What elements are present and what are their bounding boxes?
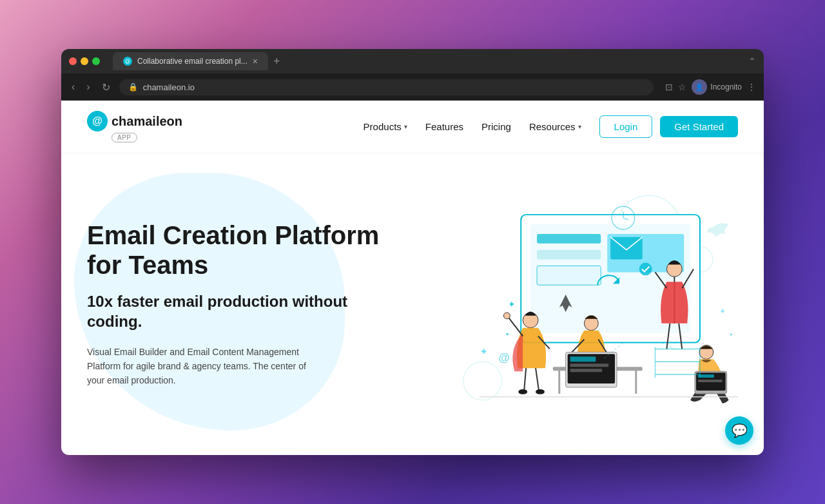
nav-actions: Login Get Started xyxy=(599,115,738,138)
minimize-button[interactable] xyxy=(81,57,88,65)
window-minimize-icon[interactable]: ⌃ xyxy=(748,56,756,66)
hero-title: Email Creation Platform for Teams xyxy=(87,220,380,280)
navbar: @ chamaileon APP Products ▾ Features Pri… xyxy=(61,101,764,153)
resources-chevron-icon: ▾ xyxy=(578,123,581,130)
traffic-lights xyxy=(69,57,100,65)
page-content: @ chamaileon APP Products ▾ Features Pri… xyxy=(61,101,764,455)
svg-text:✦: ✦ xyxy=(719,307,725,316)
menu-icon[interactable]: ⋮ xyxy=(747,82,756,92)
forward-button[interactable]: › xyxy=(84,79,92,95)
logo-text[interactable]: chamaileon xyxy=(112,114,182,129)
svg-point-41 xyxy=(518,389,527,394)
close-button[interactable] xyxy=(69,57,77,65)
hero-right: ✦ ✦ ✦ ✦ ✦ @ xyxy=(380,153,739,455)
svg-rect-7 xyxy=(537,250,601,260)
svg-rect-29 xyxy=(570,369,602,372)
hero-section: Email Creation Platform for Teams 10x fa… xyxy=(61,153,764,455)
svg-rect-8 xyxy=(537,266,601,285)
svg-point-10 xyxy=(639,263,652,276)
hero-left: Email Creation Platform for Teams 10x fa… xyxy=(87,153,380,455)
hero-subtitle: 10x faster email production without codi… xyxy=(87,291,380,331)
logo-main: @ chamaileon xyxy=(87,111,182,131)
incognito-section: 👤 Incognito xyxy=(692,79,742,95)
svg-text:@: @ xyxy=(498,351,509,364)
reload-button[interactable]: ↻ xyxy=(99,79,113,96)
hero-description: Visual Email Builder and Email Content M… xyxy=(87,345,319,388)
svg-rect-28 xyxy=(570,363,608,367)
nav-pricing[interactable]: Pricing xyxy=(481,121,511,132)
browser-toolbar: ‹ › ↻ 🔒 chamaileon.io ⊡ ☆ 👤 Incognito ⋮ xyxy=(61,73,764,101)
back-button[interactable]: ‹ xyxy=(69,79,77,95)
svg-rect-5 xyxy=(537,234,601,244)
nav-features[interactable]: Features xyxy=(425,121,463,132)
nav-links: Products ▾ Features Pricing Resources ▾ xyxy=(364,121,581,132)
new-tab-button[interactable]: + xyxy=(273,55,280,68)
logo-icon: @ xyxy=(87,111,108,131)
browser-titlebar: @ Collaborative email creation pl... × +… xyxy=(61,49,764,73)
nav-resources[interactable]: Resources ▾ xyxy=(529,121,581,132)
chat-button[interactable]: 💬 xyxy=(725,416,753,445)
svg-line-39 xyxy=(524,368,526,391)
cast-icon[interactable]: ⊡ xyxy=(665,82,673,92)
nav-products[interactable]: Products ▾ xyxy=(364,121,407,132)
incognito-label: Incognito xyxy=(710,82,742,92)
tab-area: @ Collaborative email creation pl... × + xyxy=(113,52,738,70)
svg-point-2 xyxy=(463,362,501,400)
hero-illustration: ✦ ✦ ✦ ✦ ✦ @ xyxy=(380,195,739,414)
logo-badge: APP xyxy=(112,133,137,142)
svg-line-40 xyxy=(536,368,539,391)
login-button[interactable]: Login xyxy=(599,115,653,138)
tab-favicon: @ xyxy=(123,57,132,66)
svg-text:✦: ✦ xyxy=(479,346,487,357)
url-text: chamaileon.io xyxy=(143,82,195,92)
svg-text:✦: ✦ xyxy=(508,299,516,309)
incognito-avatar: 👤 xyxy=(692,79,707,95)
maximize-button[interactable] xyxy=(92,57,100,65)
lock-icon: 🔒 xyxy=(128,82,138,92)
svg-text:✦: ✦ xyxy=(728,332,733,338)
bookmark-icon[interactable]: ☆ xyxy=(678,82,686,92)
products-chevron-icon: ▾ xyxy=(404,123,407,130)
svg-rect-27 xyxy=(570,356,596,362)
browser-actions: ⊡ ☆ 👤 Incognito ⋮ xyxy=(665,79,756,95)
browser-window: @ Collaborative email creation pl... × +… xyxy=(61,49,764,455)
tab-close-icon[interactable]: × xyxy=(253,56,258,66)
svg-text:✦: ✦ xyxy=(505,331,510,338)
address-bar[interactable]: 🔒 chamaileon.io xyxy=(119,79,654,95)
get-started-button[interactable]: Get Started xyxy=(660,116,738,137)
tab-title: Collaborative email creation pl... xyxy=(137,57,248,66)
svg-point-37 xyxy=(503,313,510,319)
logo-area: @ chamaileon APP xyxy=(87,111,182,142)
svg-point-42 xyxy=(536,389,545,394)
active-tab[interactable]: @ Collaborative email creation pl... × xyxy=(113,52,268,70)
svg-rect-34 xyxy=(698,380,723,382)
